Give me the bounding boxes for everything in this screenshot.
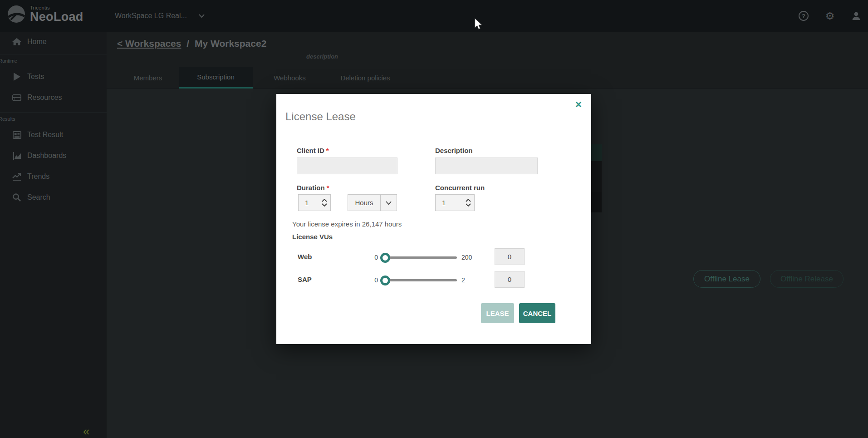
web-slider-handle[interactable] <box>380 253 390 263</box>
license-vus-label: License VUs <box>292 233 333 241</box>
web-vu-input[interactable] <box>495 248 525 265</box>
description-input[interactable] <box>435 157 538 174</box>
license-expiry-note: Your license expires in 26,147 hours <box>292 220 402 228</box>
duration-unit-select[interactable]: Hours <box>348 194 397 211</box>
stepper-up-icon[interactable] <box>322 199 327 202</box>
stepper-up-icon[interactable] <box>466 199 471 202</box>
concurrent-run-value[interactable]: 1 <box>436 195 462 211</box>
sap-slider-min: 0 <box>366 276 378 284</box>
stepper-down-icon[interactable] <box>466 203 471 207</box>
sap-slider-handle[interactable] <box>380 276 390 285</box>
stepper-down-icon[interactable] <box>322 203 327 207</box>
sap-slider-max: 2 <box>461 276 465 284</box>
required-asterisk: * <box>326 147 329 154</box>
close-icon[interactable]: ✕ <box>575 99 582 110</box>
duration-unit-value: Hours <box>348 195 380 211</box>
web-slider-label: Web <box>298 253 312 261</box>
web-slider-max: 200 <box>461 254 472 261</box>
web-slider-min: 0 <box>366 254 378 261</box>
sap-vu-input[interactable] <box>495 271 525 288</box>
concurrent-run-stepper[interactable]: 1 <box>435 194 475 211</box>
duration-stepper[interactable]: 1 <box>298 194 331 211</box>
web-slider-track[interactable] <box>385 256 457 259</box>
sap-slider-label: SAP <box>298 276 312 283</box>
required-asterisk: * <box>327 184 329 192</box>
client-id-label: Client ID* <box>297 147 329 154</box>
duration-label: Duration* <box>297 184 329 192</box>
lease-button[interactable]: LEASE <box>481 303 514 323</box>
cancel-button[interactable]: CANCEL <box>519 303 555 323</box>
concurrent-run-label: Concurrent run <box>435 184 485 192</box>
duration-value[interactable]: 1 <box>299 195 319 211</box>
dialog-title: License Lease <box>285 110 356 123</box>
app-root: Tricentis NeoLoad WorkSpace LG Real... ?… <box>0 0 868 438</box>
description-label: Description <box>435 147 473 154</box>
license-lease-dialog: ✕ License Lease Client ID* Description D… <box>276 94 591 344</box>
chevron-down-icon <box>386 201 392 205</box>
client-id-input[interactable] <box>297 157 397 174</box>
sap-slider-track[interactable] <box>385 279 457 281</box>
